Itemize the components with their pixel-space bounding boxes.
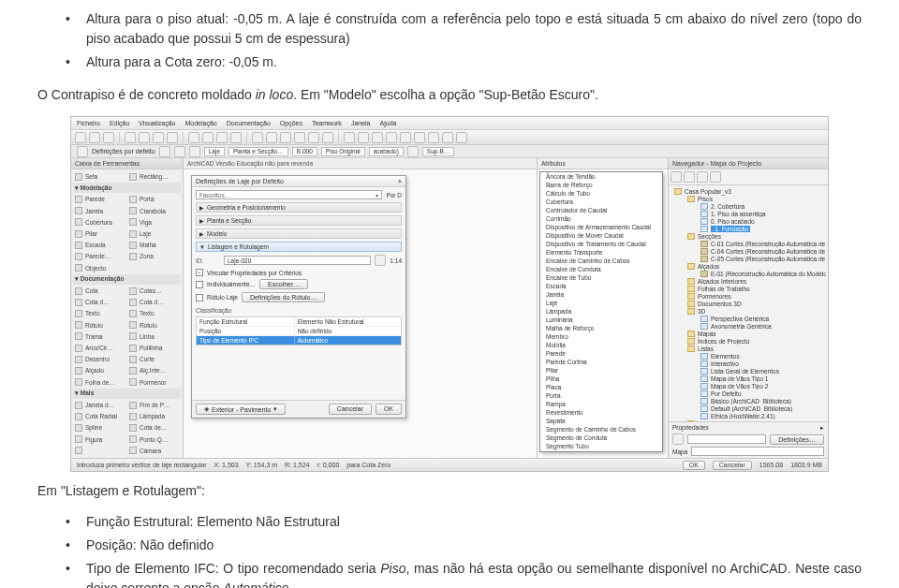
prop-input[interactable] [687,434,766,444]
tree-node[interactable]: C-05 Cortes (Reconstrução Automática de … [700,255,826,262]
dropdown-item[interactable]: Luminária [540,316,662,324]
canvas-body[interactable]: Definições de Laje por Defeito × Favorit… [184,169,537,458]
geom-method-icon[interactable] [189,146,200,157]
tool-item[interactable]: Janela d… [73,400,126,410]
tree-node[interactable]: Básico (ArchiCAD_Biblioteca) [700,397,826,404]
dropdown-item[interactable]: Encaixe de Tubo [540,273,662,282]
dropdown-item[interactable]: Dispositivo de Tratamento de Caudal [540,240,662,248]
nav-tab-icon[interactable] [684,171,695,183]
geom-method-icon[interactable] [174,146,185,157]
tool-item[interactable]: Desenho [73,354,126,364]
checkbox[interactable] [196,281,203,288]
info-chip[interactable]: Sup-B… [422,147,455,156]
tree-node[interactable]: Pormenores [687,292,826,300]
tool-item[interactable]: Porta [127,194,181,204]
toolbar-button[interactable] [139,132,150,143]
nav-tab-icon[interactable] [671,171,682,183]
section-listing[interactable]: ▼Listagem e Rotulagem [196,242,402,252]
tool-item[interactable]: Arco/Cir… [73,343,126,353]
dropdown-item[interactable]: Lâmpada [540,307,662,316]
tool-item[interactable]: Spline [73,422,126,433]
tree-node[interactable]: C-04 Cortes (Reconstrução Automática de … [700,247,826,255]
tool-item[interactable]: Folha de… [73,377,126,388]
label-settings-button[interactable]: Definições do Rótulo… [242,292,326,302]
tool-item[interactable]: Laje [127,228,181,239]
menu-item[interactable]: Ajuda [380,120,397,126]
cls-row[interactable]: PosiçãoNão definido [197,327,401,336]
tree-node[interactable]: Mapa de Vãos Tipo 2 [700,382,826,390]
menu-item[interactable]: Edição [110,120,129,126]
tool-item[interactable]: Lâmpada [127,411,181,421]
menu-item[interactable]: Janela [351,120,371,126]
tool-item[interactable]: Clarabóia [127,206,181,216]
toolbar-button[interactable] [358,132,369,143]
tool-item[interactable]: Linha [127,331,181,342]
dropdown-item[interactable]: Parede Cortina [540,358,662,366]
tree-node[interactable]: Ethica (HostWater.2.41) [700,412,826,419]
dropdown-item[interactable]: Malha de Reforço [540,324,662,332]
tree-node[interactable]: 1. Piso da assentiga [700,210,826,217]
close-icon[interactable]: × [398,178,402,184]
section-plan[interactable]: ▶Planta e Secção [196,215,402,226]
menu-item[interactable]: Documentação [227,120,271,126]
mapa-input[interactable] [691,447,824,456]
tree-node[interactable]: Mapa de Vãos Tipo 1 [700,375,826,382]
definitions-button[interactable]: Definições… [770,434,824,445]
dropdown-item[interactable]: Janela [540,290,662,299]
dropdown-item[interactable]: Controlador de Caudal [540,206,662,214]
navigator-tree[interactable]: Casa Popular_v3Pisos2. Cobertura1. Piso … [669,185,828,421]
section-geometry[interactable]: ▶Geometria e Posicionamento [196,202,402,213]
info-chip[interactable]: acabado) [369,147,404,156]
tool-item[interactable]: Malha [127,240,181,250]
dropdown-item[interactable]: Pilha [540,375,662,383]
toolbar-button[interactable] [442,132,453,143]
dropdown-item[interactable]: Barra de Reforço [540,181,662,189]
info-icon[interactable] [77,146,88,157]
toolbar-button[interactable] [428,132,439,143]
tree-node[interactable]: C-01 Cortes (Reconstrução Automática de … [700,240,826,247]
dropdown-item[interactable]: Rampa [540,400,662,408]
tool-item[interactable]: Viga [127,217,181,228]
tool-item[interactable]: Pormenor [127,377,181,388]
toolbar-button[interactable] [216,132,228,143]
toolbar-button[interactable] [400,132,411,143]
geom-method-icon[interactable] [159,146,170,157]
tool-item[interactable]: Câmara [127,446,181,456]
dropdown-item[interactable]: Tecto [540,450,662,452]
tree-node[interactable]: Índices de Projecto [687,337,826,345]
tree-node[interactable]: Pisos [687,195,826,202]
menu-item[interactable]: Ficheiro [77,120,100,126]
tool-item[interactable]: Cota d… [127,297,181,307]
info-chip-laje[interactable]: Laje [204,147,225,156]
tool-item[interactable]: Rótulo [73,320,126,331]
info-chip[interactable]: Planta e Secção… [228,147,288,156]
dropdown-item[interactable]: Cálculo de Tubo [540,189,662,198]
dropdown-item[interactable]: Escada [540,282,662,290]
dropdown-item[interactable]: Porta [540,391,662,400]
toolbar-button[interactable] [280,132,291,143]
ifc-type-dropdown[interactable]: Âncora de TendãoBarra de ReforçoCálculo … [539,171,663,452]
toolbar-button[interactable] [386,132,397,143]
tree-node[interactable]: Folhas de Trabalho [687,285,826,292]
tree-node[interactable]: Default (ArchiCAD_Biblioteca) [700,404,826,412]
toolbar-button[interactable] [125,132,136,143]
toolbar-button[interactable] [188,132,199,143]
tool-item[interactable]: Zona [127,251,181,261]
dropdown-item[interactable]: Mobília [540,341,662,349]
toolbar-button[interactable] [294,132,305,143]
tool-item[interactable]: Polilinha [127,343,181,353]
toolbar-button[interactable] [344,132,355,143]
tree-node[interactable]: Secções [687,232,826,240]
dropdown-item[interactable]: Segmento Tubo [540,442,662,450]
tree-node[interactable]: Alçados [687,262,826,270]
status-ok-button[interactable]: OK [683,461,705,470]
tool-item[interactable]: Escada [73,240,126,250]
info-icon[interactable] [407,146,419,157]
menu-item[interactable]: Modelação [185,120,217,126]
toolbar-button[interactable] [266,132,277,143]
toolbar-button[interactable] [202,132,214,143]
tool-item[interactable]: Parede [73,194,126,204]
tool-item[interactable]: Pilar [73,228,126,239]
tool-item[interactable] [73,446,126,456]
tree-node[interactable]: -1. Fundação [700,225,826,232]
